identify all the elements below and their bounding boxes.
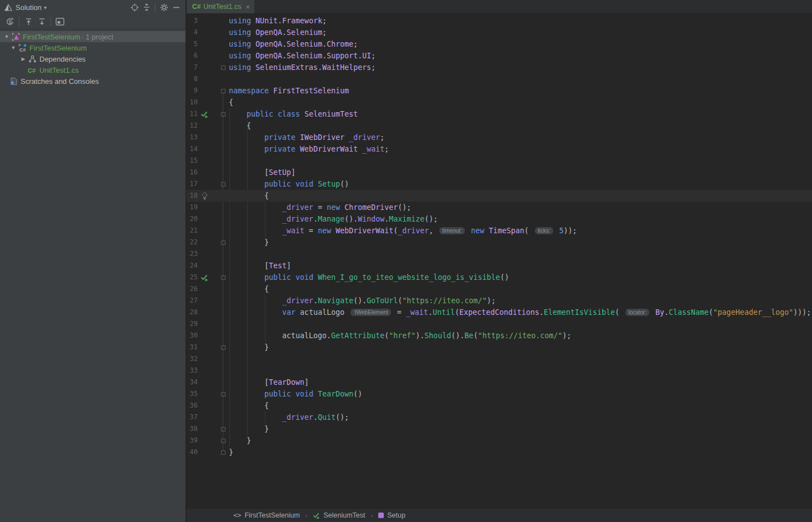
gutter-cell [198,213,211,225]
line-number: 23 [187,248,198,260]
line-number: 33 [187,365,198,377]
tree-item-solution-root[interactable]: ▼FirstTestSelenium · 1 project [0,31,186,42]
breadcrumb-firsttestselenium[interactable]: <>FirstTestSelenium [233,511,300,519]
breadcrumb-setup[interactable]: Setup [378,511,405,519]
fold-marker[interactable] [220,85,227,97]
line-number: 31 [187,342,198,353]
tree-item-dependencies[interactable]: ▶Dependencies [0,53,186,64]
intention-gutter[interactable] [198,190,211,202]
code-text: public class SeleniumTest [227,108,358,120]
run-test-gutter[interactable] [198,108,211,120]
code-text: private WebDriverWait _wait; [227,143,389,155]
fold-column [220,318,227,330]
line-number: 24 [187,260,198,272]
svg-text:C#: C# [28,67,36,74]
collapse-panel-icon[interactable] [141,2,153,13]
tree-item-label: UnitTest1.cs [39,66,79,74]
fold-marker[interactable] [220,237,227,248]
panel-title[interactable]: Solution [16,3,42,12]
sync-with-editor-icon[interactable] [3,16,17,28]
intention-bulb-icon [201,192,208,200]
preview-icon[interactable] [53,16,67,28]
code-editor[interactable]: 3using NUnit.Framework;4using OpenQA.Sel… [187,14,812,508]
chevron-down-icon[interactable]: ▼ [9,45,18,51]
fold-marker[interactable] [220,178,227,190]
code-text: } [227,423,269,435]
fold-marker[interactable] [220,62,227,73]
code-line: 22 } [187,237,812,248]
chevron-down-icon[interactable]: ▼ [2,34,11,39]
code-line: 15 [187,155,812,167]
run-test-gutter[interactable] [198,272,211,283]
fold-column [220,213,227,225]
method-icon [378,513,384,518]
fold-marker[interactable] [220,423,227,435]
code-line: 23 [187,248,812,260]
fold-column [220,295,227,307]
code-line: 13 private IWebDriver _driver; [187,132,812,143]
editor-pane: C# UnitTest1.cs × 3using NUnit.Framework… [187,0,812,522]
settings-icon[interactable] [158,2,170,13]
code-line: 38 } [187,423,812,435]
line-number: 22 [187,237,198,248]
line-number: 37 [187,411,198,423]
gutter-cell [198,377,211,388]
code-text [227,248,229,260]
tree-item-unittest-file[interactable]: C#UnitTest1.cs [0,64,186,76]
code-text [227,353,229,365]
tree-item-suffix: · 1 project [81,33,113,41]
breadcrumb-bar: <>FirstTestSelenium›SeleniumTest›Setup [187,508,812,522]
breadcrumb-separator: › [371,512,373,519]
solution-panel: Solution ▾ [0,0,186,522]
fold-column [220,202,227,213]
hide-icon[interactable] [170,2,182,13]
svg-text:C#: C# [19,47,26,52]
fold-column [220,15,227,27]
tree-item-project[interactable]: ▼C#FirstTestSelenium [0,42,186,53]
tree-item-label: Scratches and Consoles [21,77,99,86]
gutter-cell [198,85,211,97]
tree-item-label: FirstTestSelenium [29,44,87,52]
fold-marker[interactable] [220,435,227,446]
code-line: 3using NUnit.Framework; [187,15,812,27]
line-number: 12 [187,120,198,132]
line-number: 27 [187,295,198,307]
code-text: public void Setup() [227,178,349,190]
fold-column [220,143,227,155]
chevron-right-icon[interactable]: ▶ [19,56,28,62]
fold-marker[interactable] [220,272,227,283]
tab-unittest1[interactable]: C# UnitTest1.cs × [187,0,255,13]
scratches-icon [9,77,18,86]
breadcrumb-seleniumtest[interactable]: SeleniumTest [313,511,365,519]
tree-item-scratches[interactable]: Scratches and Consoles [0,76,186,87]
code-text: actualLogo.GetAttribute("href").Should()… [227,330,572,342]
code-line: 26 { [187,283,812,295]
code-line: 10{ [187,97,812,108]
editor-tab-bar: C# UnitTest1.cs × [187,0,812,14]
code-text: using OpenQA.Selenium.Support.UI; [227,50,375,62]
locate-icon[interactable] [128,2,141,13]
close-icon[interactable]: × [245,3,250,11]
fold-marker[interactable] [220,342,227,353]
code-line: 6using OpenQA.Selenium.Support.UI; [187,50,812,62]
gutter-cell [198,97,211,108]
solution-panel-header: Solution ▾ [0,0,186,14]
scroll-to-top-icon[interactable] [22,16,35,28]
fold-marker[interactable] [220,108,227,120]
ide-window: Solution ▾ [0,0,812,522]
scroll-from-source-icon[interactable] [35,16,48,28]
code-line: 27 _driver.Navigate().GoToUrl("https://i… [187,295,812,307]
fold-column [220,225,227,237]
code-text: _driver.Quit(); [227,411,349,423]
chevron-down-icon[interactable]: ▾ [44,4,47,11]
inline-parameter-hint: ticks: [535,227,553,234]
code-line: 4using OpenQA.Selenium; [187,27,812,38]
code-text: _driver = new ChromeDriver(); [227,202,411,213]
line-number: 28 [187,307,198,318]
gutter-cell [198,295,211,307]
fold-marker[interactable] [220,446,227,458]
fold-column [220,365,227,377]
solution-tree: ▼FirstTestSelenium · 1 project▼C#FirstTe… [0,29,186,87]
gutter-cell [198,27,211,38]
fold-marker[interactable] [220,388,227,400]
